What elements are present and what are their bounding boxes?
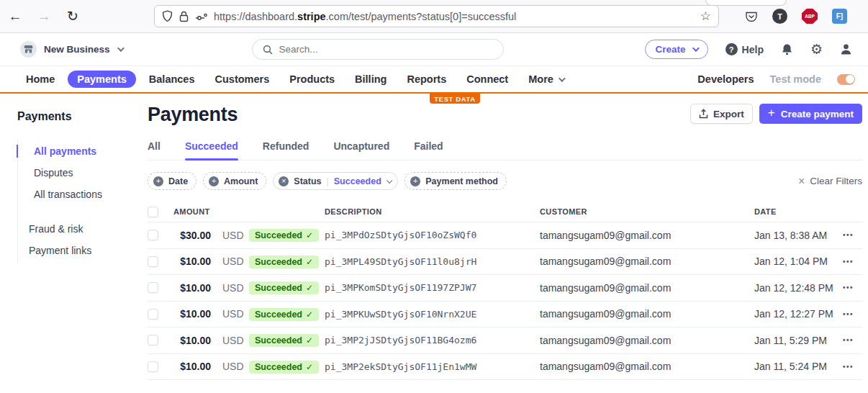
row-overflow-menu[interactable]: ••• bbox=[838, 336, 862, 344]
table-header: AMOUNT DESCRIPTION CUSTOMER DATE bbox=[148, 202, 862, 222]
customer-email: tamangsugam09@gmail.com bbox=[540, 256, 754, 267]
nav-item-products[interactable]: Products bbox=[282, 71, 342, 88]
nav-item-reports[interactable]: Reports bbox=[399, 71, 453, 88]
row-overflow-menu[interactable]: ••• bbox=[838, 258, 862, 266]
filter-status[interactable]: × Status | Succeeded bbox=[273, 172, 398, 190]
permissions-icon[interactable] bbox=[195, 12, 207, 22]
x-circle-icon[interactable]: × bbox=[279, 176, 289, 186]
status-tabs: All Succeeded Refunded Uncaptured Failed bbox=[148, 140, 862, 161]
table-row[interactable]: $30.00 USD Succeeded✓ pi_3MPdOzSDtyGjsOF… bbox=[148, 222, 862, 249]
pocket-icon[interactable] bbox=[745, 10, 758, 23]
extension-f-icon[interactable]: F] bbox=[832, 9, 847, 24]
browser-reload-button[interactable]: ↻ bbox=[63, 8, 82, 24]
notifications-bell-icon[interactable] bbox=[781, 43, 793, 56]
table-row[interactable]: $10.00 USD Succeeded✓ pi_3MP2jJSDtyGjsOF… bbox=[148, 328, 862, 354]
check-icon: ✓ bbox=[306, 335, 313, 345]
table-row[interactable]: $10.00 USD Succeeded✓ pi_3MPL49SDtyGjsOF… bbox=[148, 249, 862, 276]
settings-gear-icon[interactable]: ⚙ bbox=[810, 41, 823, 58]
nav-item-balances[interactable]: Balances bbox=[142, 71, 202, 88]
row-overflow-menu[interactable]: ••• bbox=[838, 363, 862, 371]
payment-id: pi_3MPKomSDtyGjsOF1197ZPJW7 bbox=[325, 282, 540, 293]
customer-email: tamangsugam09@gmail.com bbox=[540, 282, 754, 294]
table-row[interactable]: $10.00 USD Succeeded✓ pi_3MPKomSDtyGjsOF… bbox=[148, 275, 862, 302]
row-checkbox[interactable] bbox=[148, 309, 158, 320]
row-overflow-menu[interactable]: ••• bbox=[838, 310, 862, 318]
tracking-shield-icon[interactable] bbox=[162, 10, 173, 22]
sidebar-item-all-payments[interactable]: All payments bbox=[18, 140, 148, 162]
row-overflow-menu[interactable]: ••• bbox=[838, 231, 862, 239]
row-checkbox[interactable] bbox=[148, 361, 158, 372]
address-bar[interactable]: https://dashboard.stripe.com/test/paymen… bbox=[154, 5, 719, 27]
business-name: New Business bbox=[44, 44, 110, 55]
create-button[interactable]: Create bbox=[645, 40, 708, 59]
chevron-down-icon bbox=[692, 45, 700, 52]
row-checkbox[interactable] bbox=[148, 335, 158, 345]
payment-id: pi_3MPdOzSDtyGjsOF10oZsWQf0 bbox=[325, 230, 540, 240]
nav-item-connect[interactable]: Connect bbox=[459, 71, 515, 88]
bookmark-star-icon[interactable]: ☆ bbox=[700, 9, 711, 24]
x-icon: × bbox=[798, 175, 805, 188]
sidebar-item-disputes[interactable]: Disputes bbox=[18, 162, 148, 184]
create-payment-button[interactable]: + Create payment bbox=[759, 104, 862, 124]
adblock-plus-icon[interactable]: ABP bbox=[802, 9, 818, 24]
search-input[interactable] bbox=[279, 44, 493, 55]
export-button[interactable]: Export bbox=[690, 104, 753, 124]
payment-date: Jan 12, 12:27 PM bbox=[754, 308, 838, 320]
sidebar-item-payment-links[interactable]: Payment links bbox=[18, 240, 148, 261]
nav-item-home[interactable]: Home bbox=[19, 71, 62, 88]
payment-id: pi_3MP2jJSDtyGjsOF11BG4ozm6 bbox=[325, 335, 540, 345]
check-icon: ✓ bbox=[306, 230, 313, 240]
payment-id: pi_3MP2ekSDtyGjsOF11jEn1wMW bbox=[325, 361, 540, 372]
developers-link[interactable]: Developers bbox=[697, 73, 754, 85]
question-circle-icon: ? bbox=[725, 43, 738, 55]
sidebar-item-fraud-risk[interactable]: Fraud & risk bbox=[18, 218, 148, 240]
row-checkbox[interactable] bbox=[148, 230, 158, 240]
extension-t-icon[interactable]: T bbox=[772, 9, 787, 24]
filter-payment-method[interactable]: + Payment method bbox=[404, 172, 507, 190]
row-overflow-menu[interactable]: ••• bbox=[838, 284, 862, 292]
chevron-down-icon bbox=[386, 177, 392, 183]
primary-nav: Home Payments Balances Customers Product… bbox=[0, 66, 868, 94]
tab-failed[interactable]: Failed bbox=[414, 140, 443, 160]
check-icon: ✓ bbox=[306, 283, 313, 293]
filter-date[interactable]: + Date bbox=[148, 172, 196, 190]
tab-refunded[interactable]: Refunded bbox=[263, 140, 309, 160]
tab-all[interactable]: All bbox=[148, 140, 161, 160]
status-badge: Succeeded✓ bbox=[249, 334, 319, 347]
column-header-amount: AMOUNT bbox=[173, 207, 325, 216]
test-mode-toggle[interactable] bbox=[837, 74, 855, 85]
row-checkbox[interactable] bbox=[148, 256, 158, 267]
chevron-down-icon bbox=[117, 45, 125, 52]
nav-item-customers[interactable]: Customers bbox=[208, 71, 277, 88]
table-row[interactable]: $10.00 USD Succeeded✓ pi_3MP2ekSDtyGjsOF… bbox=[148, 354, 862, 381]
help-button[interactable]: ? Help bbox=[725, 43, 764, 55]
filter-row: + Date + Amount × Status | Succeeded + P… bbox=[148, 172, 862, 190]
customer-email: tamangsugam09@gmail.com bbox=[540, 308, 754, 320]
sidebar-item-all-transactions[interactable]: All transactions bbox=[18, 184, 148, 205]
nav-item-payments[interactable]: Payments bbox=[68, 71, 136, 88]
clear-filters-button[interactable]: × Clear Filters bbox=[798, 175, 862, 188]
business-switcher[interactable]: New Business bbox=[0, 41, 122, 58]
table-row[interactable]: $10.00 USD Succeeded✓ pi_3MPKUwSDtyGjsOF… bbox=[148, 302, 862, 328]
global-search[interactable] bbox=[252, 39, 504, 60]
storefront-icon bbox=[20, 41, 37, 58]
payment-date: Jan 13, 8:38 AM bbox=[754, 230, 838, 241]
tab-uncaptured[interactable]: Uncaptured bbox=[333, 140, 389, 160]
payment-date: Jan 12, 1:04 PM bbox=[754, 256, 838, 267]
check-icon: ✓ bbox=[306, 362, 313, 372]
lock-icon[interactable] bbox=[179, 11, 189, 22]
test-mode-label: Test mode bbox=[770, 73, 821, 85]
payment-id: pi_3MPL49SDtyGjsOF11l0u8jrH bbox=[325, 256, 540, 267]
nav-item-billing[interactable]: Billing bbox=[348, 71, 394, 88]
payment-date: Jan 12, 12:48 PM bbox=[754, 282, 838, 294]
browser-back-button[interactable]: ← bbox=[6, 9, 24, 24]
nav-item-more[interactable]: More bbox=[521, 71, 571, 88]
select-all-checkbox[interactable] bbox=[148, 207, 158, 217]
stripe-dashboard-screen: ← → ↻ http bbox=[0, 0, 868, 393]
row-checkbox[interactable] bbox=[148, 282, 158, 293]
browser-forward-button[interactable]: → bbox=[35, 9, 53, 24]
filter-amount[interactable]: + Amount bbox=[203, 172, 266, 190]
tab-succeeded[interactable]: Succeeded bbox=[185, 140, 238, 160]
check-icon: ✓ bbox=[306, 257, 313, 267]
profile-icon[interactable] bbox=[840, 43, 852, 55]
